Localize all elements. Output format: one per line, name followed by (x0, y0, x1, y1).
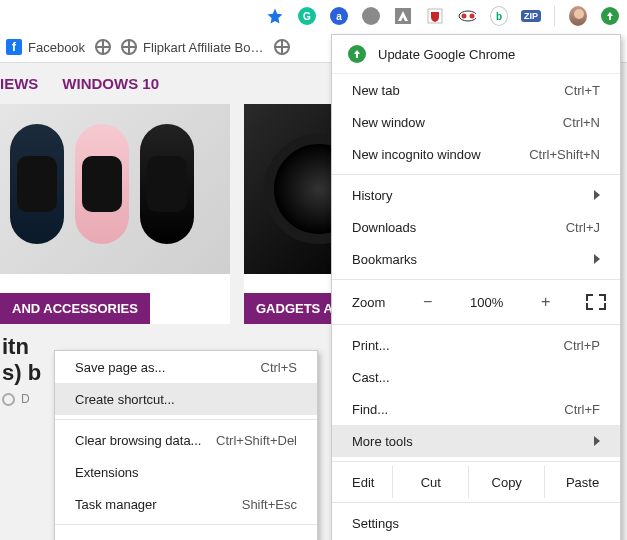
profile-avatar[interactable] (569, 7, 587, 25)
update-available-icon[interactable] (601, 7, 619, 25)
facebook-icon: f (6, 39, 22, 55)
star-icon[interactable] (266, 7, 284, 25)
edit-copy[interactable]: Copy (468, 466, 544, 498)
globe-icon (95, 39, 111, 55)
zoom-label: Zoom (352, 295, 385, 310)
bookmark-facebook[interactable]: f Facebook (6, 39, 85, 55)
mcafee-icon[interactable] (426, 7, 444, 25)
bookmark-label: Facebook (28, 40, 85, 55)
submenu-save-page[interactable]: Save page as...Ctrl+S (55, 351, 317, 383)
menu-new-window[interactable]: New windowCtrl+N (332, 106, 620, 138)
menu-find[interactable]: Find...Ctrl+F (332, 393, 620, 425)
clock-icon (2, 393, 15, 406)
bookmark-generic-2[interactable] (274, 39, 290, 55)
submenu-arrow-icon (594, 436, 600, 446)
adobe-icon[interactable] (394, 7, 412, 25)
chrome-main-menu: Update Google Chrome New tabCtrl+T New w… (331, 34, 621, 540)
menu-update-chrome[interactable]: Update Google Chrome (332, 35, 620, 74)
bookmark-flipkart[interactable]: Flipkart Affiliate Bo… (121, 39, 263, 55)
menu-print[interactable]: Print...Ctrl+P (332, 329, 620, 361)
menu-more-tools[interactable]: More tools (332, 425, 620, 457)
extensions-toolbar: G a b ZIP (0, 0, 627, 32)
update-arrow-icon (348, 45, 366, 63)
edit-paste[interactable]: Paste (544, 466, 620, 498)
globe-icon (274, 39, 290, 55)
bookmark-generic-1[interactable] (95, 39, 111, 55)
product-card-wearables[interactable]: AND ACCESSORIES (0, 104, 230, 324)
toolbar-divider (554, 6, 555, 26)
submenu-clear-data[interactable]: Clear browsing data...Ctrl+Shift+Del (55, 424, 317, 456)
submenu-task-manager[interactable]: Task managerShift+Esc (55, 488, 317, 520)
zoom-in-button[interactable]: + (534, 293, 558, 311)
category-ribbon: AND ACCESSORIES (0, 293, 150, 324)
menu-settings[interactable]: Settings (332, 507, 620, 539)
bing-icon[interactable]: b (490, 7, 508, 25)
grammarly-icon[interactable]: G (298, 7, 316, 25)
nav-tab-reviews[interactable]: IEWS (0, 75, 38, 92)
menu-edit-row: Edit Cut Copy Paste (332, 466, 620, 498)
submenu-developer-tools[interactable]: Developer toolsCtrl+Shift+I (55, 529, 317, 540)
more-tools-submenu: Save page as...Ctrl+S Create shortcut...… (54, 350, 318, 540)
submenu-arrow-icon (594, 190, 600, 200)
fullscreen-icon[interactable] (588, 296, 604, 308)
menu-downloads[interactable]: DownloadsCtrl+J (332, 211, 620, 243)
svg-point-4 (470, 14, 475, 19)
submenu-arrow-icon (594, 254, 600, 264)
mask-icon[interactable] (458, 7, 476, 25)
grey-extension-icon[interactable] (362, 7, 380, 25)
menu-zoom: Zoom − 100% + (332, 284, 620, 320)
zoom-value: 100% (470, 295, 503, 310)
menu-new-tab[interactable]: New tabCtrl+T (332, 74, 620, 106)
category-ribbon: GADGETS A (244, 293, 345, 324)
edit-label: Edit (332, 475, 392, 490)
bookmark-label: Flipkart Affiliate Bo… (143, 40, 263, 55)
edit-cut[interactable]: Cut (392, 466, 468, 498)
article-date: D (21, 392, 30, 406)
submenu-extensions[interactable]: Extensions (55, 456, 317, 488)
zip-icon[interactable]: ZIP (522, 7, 540, 25)
submenu-create-shortcut[interactable]: Create shortcut... (55, 383, 317, 415)
menu-history[interactable]: History (332, 179, 620, 211)
menu-bookmarks[interactable]: Bookmarks (332, 243, 620, 275)
amazon-icon[interactable]: a (330, 7, 348, 25)
menu-cast[interactable]: Cast... (332, 361, 620, 393)
menu-incognito[interactable]: New incognito windowCtrl+Shift+N (332, 138, 620, 170)
nav-tab-windows10[interactable]: WINDOWS 10 (62, 75, 159, 92)
svg-point-3 (462, 14, 467, 19)
menu-label: Update Google Chrome (378, 47, 515, 62)
globe-icon (121, 39, 137, 55)
zoom-out-button[interactable]: − (416, 293, 440, 311)
